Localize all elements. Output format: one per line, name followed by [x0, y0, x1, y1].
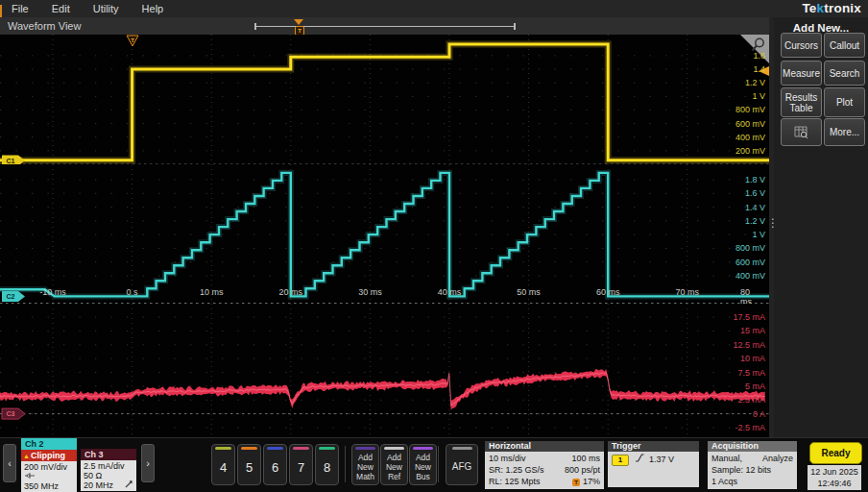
- record-view-left-cap: [254, 23, 256, 30]
- trigger-time-flag[interactable]: T: [127, 36, 138, 46]
- svg-text:T: T: [131, 37, 134, 43]
- channel2-clipping-warning: ▲Clipping: [21, 450, 77, 461]
- acquisition-sample: Sample: 12 bits: [711, 464, 793, 476]
- trigger-level: 1.37 V: [649, 455, 674, 464]
- record-view-line: [254, 26, 516, 27]
- time-label: 12:49:46: [808, 478, 861, 489]
- more-button[interactable]: More...: [824, 118, 865, 146]
- acquisition-mode: Manual,: [711, 453, 742, 464]
- channel-scroll-right-button[interactable]: ›: [141, 444, 155, 482]
- logo-text: tronix: [824, 1, 861, 15]
- sample-rate: SR: 1.25 GS/s: [489, 464, 544, 476]
- trigger-source-badge: 1: [612, 455, 629, 466]
- separator: [438, 446, 439, 482]
- svg-text:C2: C2: [7, 293, 15, 300]
- graticule-slice-c2[interactable]: C21.8 V1.6 V1.4 V1.2 V1 V800 mV600 mV400…: [0, 164, 769, 305]
- add-cursors-button[interactable]: Cursors: [781, 33, 822, 58]
- trigger-panel[interactable]: Trigger 11.37 V: [608, 441, 699, 487]
- afg-button[interactable]: AFG: [446, 444, 478, 485]
- channel3-bandwidth: 20 MHz: [84, 480, 113, 490]
- record-length: RL: 125 Mpts: [489, 476, 541, 487]
- zoom-corner-button[interactable]: [740, 35, 769, 63]
- add-search-button[interactable]: Search: [824, 61, 865, 86]
- record-view-bar[interactable]: T: [254, 17, 516, 35]
- add-new-ref-label: Add New Ref: [381, 450, 407, 484]
- acquisition-panel[interactable]: Acquisition Manual,Analyze Sample: 12 bi…: [708, 441, 797, 489]
- horizontal-scale: 10 ms/div: [489, 453, 526, 464]
- acquisition-analyze: Analyze: [762, 453, 793, 464]
- channel2-bandwidth: 350 MHz: [24, 481, 74, 491]
- table-search-icon-button[interactable]: [781, 118, 822, 146]
- trigger-level-arrow[interactable]: [759, 66, 769, 76]
- date-label: 12 Jun 2025: [808, 466, 861, 478]
- probe-icon: [24, 472, 74, 481]
- channel7-button[interactable]: 7: [289, 444, 313, 485]
- ready-status-button[interactable]: Ready: [809, 442, 862, 464]
- resolution: 800 ps/pt: [565, 464, 600, 476]
- probe-settings-icon: [125, 480, 133, 490]
- acquisition-title: Acquisition: [708, 441, 797, 452]
- trigger-title: Trigger: [608, 441, 699, 452]
- channel-badge-c3[interactable]: C3: [2, 408, 25, 419]
- channel-scroll-left-button[interactable]: ‹: [3, 444, 16, 482]
- add-new-ref-button[interactable]: Add New Ref: [380, 444, 408, 485]
- channel3-badge[interactable]: Ch 3 2.5 mA/div 50 Ω 20 MHz: [81, 449, 136, 491]
- graticule-slice-c1[interactable]: TC11.61.41.2 V1 V800 mV600 mV400 mV200 m…: [0, 35, 769, 165]
- svg-text:C1: C1: [7, 158, 15, 164]
- menu-edit[interactable]: Edit: [52, 3, 70, 14]
- channel3-impedance: 50 Ω: [84, 471, 133, 480]
- waveform-view-header: Waveform View T: [0, 17, 769, 36]
- separator: [345, 446, 346, 482]
- acquisition-count: 1 Acqs: [711, 476, 793, 487]
- channel6-button[interactable]: 6: [263, 444, 287, 485]
- channel8-label: 8: [324, 450, 330, 484]
- channel5-button[interactable]: 5: [237, 444, 261, 485]
- settings-bar: ‹ Ch 2 ▲Clipping 200 mV/div 350 MHz Ch 3…: [0, 437, 868, 492]
- menu-file[interactable]: File: [12, 3, 29, 14]
- channel3-scale: 2.5 mA/div: [84, 461, 133, 471]
- trigger-position-marker[interactable]: [294, 19, 303, 25]
- channel2-scale: 200 mV/div: [24, 462, 74, 472]
- trigger-position-icon: T: [572, 479, 580, 486]
- add-plot-button[interactable]: Plot: [824, 87, 865, 117]
- waveform-graticule[interactable]: TC11.61.41.2 V1 V800 mV600 mV400 mV200 m…: [0, 35, 769, 437]
- menu-help[interactable]: Help: [142, 3, 164, 14]
- channel2-name: Ch 2: [21, 438, 77, 450]
- channel4-label: 4: [220, 450, 227, 484]
- add-new-bus-button[interactable]: Add New Bus: [409, 444, 437, 485]
- add-callout-button[interactable]: Callout: [824, 33, 865, 58]
- warning-icon: ▲: [23, 453, 30, 459]
- svg-text:C3: C3: [7, 410, 15, 417]
- graticule-slice-c3[interactable]: C317.5 mA15 mA12.5 mA10 mA7.5 mA5 mA2.5 …: [0, 304, 769, 438]
- channel2-settings: 200 mV/div 350 MHz: [21, 461, 77, 492]
- oscilloscope-app: FileEditUtilityHelp Tektronix Waveform V…: [0, 0, 868, 492]
- add-results-table-button[interactable]: Results Table: [781, 87, 822, 117]
- results-bar: Add New... CursorsCalloutMeasureSearchRe…: [774, 17, 868, 437]
- horizontal-panel[interactable]: Horizontal 10 ms/div100 ms SR: 1.25 GS/s…: [485, 441, 604, 489]
- menu-bar: FileEditUtilityHelp Tektronix: [0, 0, 868, 18]
- tektronix-logo: Tektronix: [802, 1, 861, 15]
- channel-badge-c1[interactable]: C1: [2, 156, 25, 164]
- datetime-display: 12 Jun 2025 12:49:46: [808, 465, 861, 490]
- channel6-label: 6: [272, 450, 278, 484]
- trigger-position-percent: 17%: [583, 477, 600, 486]
- channel-badge-c2[interactable]: C2: [2, 291, 25, 302]
- record-view-right-cap: [514, 23, 516, 30]
- menu-utility[interactable]: Utility: [93, 3, 119, 14]
- afg-label: AFG: [452, 450, 472, 484]
- channel2-badge[interactable]: Ch 2 ▲Clipping 200 mV/div 350 MHz: [21, 438, 77, 492]
- channel3-settings: 2.5 mA/div 50 Ω 20 MHz: [81, 460, 136, 491]
- channel4-button[interactable]: 4: [211, 444, 235, 485]
- menu-items: FileEditUtilityHelp: [12, 0, 163, 17]
- add-measure-button[interactable]: Measure: [781, 61, 822, 86]
- logo-text: Te: [802, 1, 816, 15]
- edge-accent: [0, 5, 2, 17]
- rising-edge-icon: [635, 455, 644, 464]
- channel8-button[interactable]: 8: [315, 444, 339, 485]
- add-new-math-button[interactable]: Add New Math: [351, 444, 379, 485]
- add-new-bus-label: Add New Bus: [410, 450, 436, 484]
- channel5-label: 5: [246, 450, 253, 484]
- add-new-math-label: Add New Math: [352, 450, 378, 484]
- view-title: Waveform View: [8, 20, 81, 32]
- horizontal-window: 100 ms: [571, 453, 600, 464]
